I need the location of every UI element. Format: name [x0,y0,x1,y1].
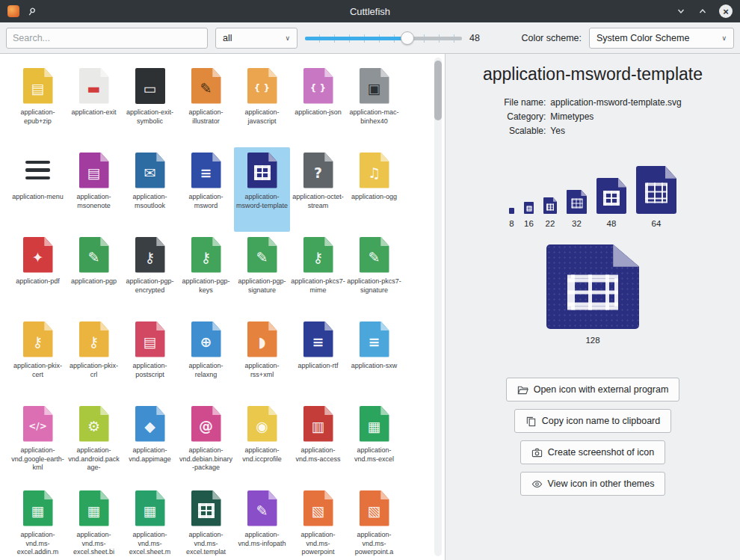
icon-grid-item[interactable]: ⚷application-pkcs7-mime [290,232,346,316]
copy-icon-name-to-clipboard-button[interactable]: Copy icon name to clipboard [514,409,671,433]
doc-icon: ⚙ [79,406,109,442]
field-value: Mimetypes [550,111,681,122]
doc-icon: ✦ [23,237,53,273]
application-msonenote-icon: ▤ [79,150,109,191]
doc-icon [247,153,277,188]
icon-grid-item[interactable]: ▧application-vnd.ms-powerpoint [290,485,346,560]
size-label: 8 [509,219,514,228]
scrollbar-thumb[interactable] [434,61,442,120]
icon-grid-item[interactable]: ▤application-postscript [122,316,178,401]
scrollbar[interactable] [434,58,442,556]
chevron-down-icon[interactable] [676,6,686,16]
icon-grid-item[interactable]: ≡application-msword [178,147,234,232]
icon-grid-label: application-vnd.ms-access [291,446,345,464]
titlebar[interactable]: Cuttlefish × [0,0,740,22]
window-title: Cuttlefish [0,6,740,17]
doc-icon: { } [247,68,277,104]
icon-grid-item[interactable]: ♫application-ogg [346,147,402,232]
icon-grid-item[interactable]: ⚷application-pkix-cert [10,316,66,401]
icon-grid-item[interactable]: ▤application-epub+zip [10,63,66,147]
size-label: 64 [652,219,662,228]
doc-icon [567,190,587,214]
icon-grid-item[interactable]: ▦application-vnd.ms-excel.sheet.m [122,485,178,560]
icon-grid-label: application-pgp-encrypted [123,277,177,295]
doc-icon: </> [23,406,53,442]
icon-grid-item[interactable]: ≡application-sxw [346,316,402,401]
icon-grid-item[interactable]: ✦application-pdf [10,232,66,316]
application-vnd.ms-excel.addin.m-icon: ▦ [23,487,53,529]
icon-grid-item[interactable]: @application-vnd.debian.binary-package [178,401,234,485]
icon-grid-item[interactable]: { }application-javascript [234,63,290,147]
slider-track[interactable] [305,37,462,40]
chevron-down-icon: ∨ [721,34,727,42]
icon-grid-item[interactable]: ▬application-exit [66,63,122,147]
application-mac-binhex40-icon: ▣ [360,65,389,106]
icon-grid-item[interactable]: ◗application-rss+xml [234,316,290,401]
size-preview-8: 8 [509,208,514,228]
icon-grid-item[interactable]: ⚷application-pgp-keys [178,232,234,316]
size-label: 48 [607,219,617,228]
doc-icon: ▦ [135,490,165,526]
chevron-up-icon[interactable] [697,6,708,16]
icon-grid-item[interactable]: ▦application-vnd.ms-excel.addin.m [10,485,66,560]
icon-grid-item[interactable]: ✎application-pkcs7-signature [346,232,402,316]
icon-grid-label: application-pgp [71,277,117,286]
icon-grid-item[interactable]: ⊕application-relaxng [178,316,234,401]
icon-grid-item[interactable]: ✎application-pgp-signature [234,232,290,316]
icon-grid-item[interactable]: ▦application-vnd.ms-excel [346,401,402,485]
size-preview-22: 22 [543,197,557,228]
icon-grid-item[interactable]: ▦application-vnd.ms-excel.sheet.bi [66,485,122,560]
icon-grid-item[interactable]: application-msword-template [234,147,290,232]
icon-grid-item[interactable]: ◉application-vnd.iccprofile [234,401,290,485]
application-relaxng-icon: ⊕ [191,319,221,360]
icon-grid-item[interactable]: ≡application-rtf [290,316,346,401]
icon-grid-item[interactable]: ✉application-msoutlook [122,147,178,232]
icon-size-slider[interactable] [305,31,462,46]
icon-grid-item[interactable]: application-menu [10,147,66,232]
create-screenshot-of-icon-button[interactable]: Create screenshot of icon [520,440,665,464]
application-vnd.ms-excel.sheet.bi-icon: ▦ [79,487,109,529]
icon-grid-item[interactable]: ⚙application-vnd.android.package- [66,401,122,485]
doc-icon [509,208,514,214]
doc-icon [546,244,639,329]
slider-handle[interactable] [401,31,414,45]
doc-icon: ⚷ [303,237,333,273]
icon-grid-item[interactable]: ▭application-exit-symbolic [122,63,178,147]
doc-icon [23,153,53,188]
search-input[interactable] [6,28,208,49]
open-icon-with-external-program-button[interactable]: Open icon with external program [506,378,680,401]
icon-grid-item[interactable]: ⚷application-pkix-crl [66,316,122,401]
icon-grid-item[interactable]: ▣application-mac-binhex40 [346,63,402,147]
doc-icon: ▧ [360,490,389,526]
doc-icon: ✎ [79,237,109,273]
icon-grid-item[interactable]: ▧application-vnd.ms-powerpoint.a [346,485,402,560]
icon-grid-label: application-sxw [351,362,398,371]
close-button[interactable]: × [719,4,733,18]
icon-grid-label: application-pgp-keys [179,277,233,295]
icon-grid-label: application-vnd.iccprofile [235,446,289,464]
category-filter-value: all [223,33,232,43]
view-icon-in-other-themes-button[interactable]: View icon in other themes [520,472,666,496]
icon-grid-item[interactable]: ?application-octet-stream [290,147,346,232]
button-label: View icon in other themes [548,479,655,489]
application-vnd.ms-powerpoint.a-icon: ▧ [360,487,389,529]
icon-grid-item[interactable]: </>application-vnd.google-earth-kml [10,401,66,485]
icon-grid-item[interactable]: { }application-json [290,63,346,147]
pin-icon[interactable] [25,4,38,18]
icon-grid-item[interactable]: ⚷application-pgp-encrypted [122,232,178,316]
application-postscript-icon: ▤ [135,319,165,360]
application-pkix-crl-icon: ⚷ [79,319,109,360]
icon-grid-item[interactable]: ▥application-vnd.ms-access [290,401,346,485]
icon-grid-label: application-exit-symbolic [123,108,177,126]
color-scheme-dropdown[interactable]: System Color Scheme ∨ [589,28,734,49]
icon-grid-item[interactable]: ✎application-vnd.ms-infopath [234,485,290,560]
icon-grid-item[interactable]: application-vnd.ms-excel.templat [178,485,234,560]
icon-grid-item[interactable]: ✎application-pgp [66,232,122,316]
icon-grid-item[interactable]: ◆application-vnd.appimage [122,401,178,485]
category-filter-dropdown[interactable]: all ∨ [215,28,297,49]
icon-grid-item[interactable]: ✎application-illustrator [178,63,234,147]
field-label: Scalable: [504,126,546,136]
icon-grid-item[interactable]: ▤application-msonenote [66,147,122,232]
content-area: ▤application-epub+zip▬application-exit▭a… [0,54,740,560]
doc-icon: ▤ [79,153,109,188]
